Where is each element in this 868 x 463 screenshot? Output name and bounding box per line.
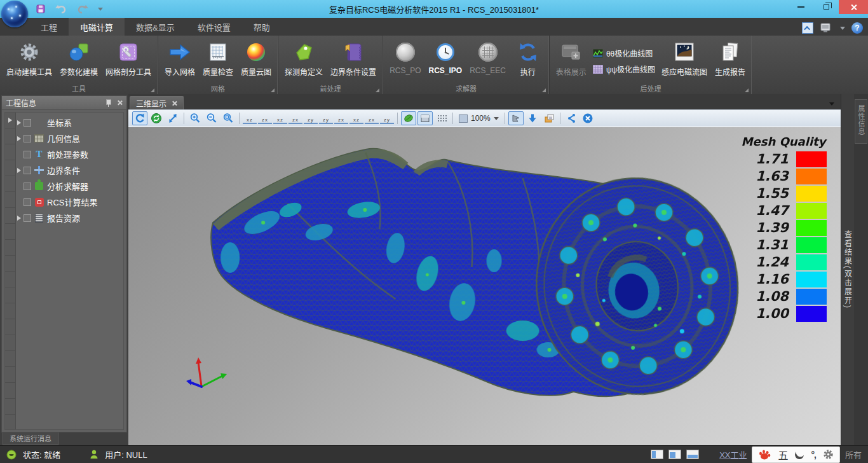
rcs-ipo-button[interactable]: RCS_IPO — [424, 38, 466, 77]
view-preset-7-button[interactable]: zx — [334, 111, 348, 124]
rotate-view-button[interactable] — [132, 111, 147, 125]
theta-polarization-curve-button[interactable]: θθ极化曲线图 — [593, 48, 655, 59]
display-style-icon[interactable] — [820, 22, 834, 34]
boundary-condition-button[interactable]: 边界条件设置 — [327, 38, 380, 79]
minimize-button[interactable] — [788, 0, 813, 14]
meshing-tool-button[interactable]: 网格剖分工具 — [102, 38, 155, 79]
help-icon[interactable]: ? — [851, 22, 863, 34]
pin-icon[interactable] — [105, 99, 111, 107]
ime-baidu-paw-icon[interactable] — [758, 449, 771, 460]
close-button[interactable] — [839, 0, 868, 14]
generate-report-button[interactable]: 生成报告 — [711, 38, 749, 79]
tab-3d-display[interactable]: 三维显示 — [130, 96, 184, 109]
share-button[interactable] — [564, 111, 579, 125]
select-mode-button[interactable] — [508, 111, 524, 125]
redo-button[interactable] — [76, 4, 89, 14]
shaded-view-button[interactable] — [401, 111, 416, 125]
induced-current-map-button[interactable]: 感应电磁流图 — [658, 38, 711, 79]
property-info-tab[interactable]: 属性信息 — [855, 99, 867, 144]
tab-em-computation[interactable]: 电磁计算 — [69, 18, 125, 36]
viewport-3d[interactable]: Mesh Quality 1.71 1.63 1.55 1.47 1.39 1.… — [128, 127, 841, 445]
points-view-button[interactable] — [434, 111, 449, 125]
tree-item-coordinate-system[interactable]: 坐标系 — [16, 114, 123, 130]
display-style-dropdown-icon[interactable] — [840, 27, 845, 30]
pan-zoom-button[interactable] — [165, 111, 180, 125]
view-preset-9-button[interactable]: zx — [365, 111, 379, 124]
gutter-expand-icon[interactable] — [8, 118, 12, 123]
tab-data-display[interactable]: 数据&显示 — [125, 18, 186, 36]
view-preset-2-button[interactable]: zx — [258, 111, 272, 124]
zoom-percent-control[interactable]: 100% — [456, 114, 501, 123]
expand-icon[interactable] — [17, 120, 21, 125]
checkbox[interactable] — [24, 135, 31, 142]
zoom-in-button[interactable] — [187, 111, 203, 125]
tab-list-dropdown-icon[interactable] — [829, 102, 834, 106]
group-expand-icon[interactable] — [271, 88, 275, 92]
group-expand-icon[interactable] — [376, 88, 379, 92]
quality-cloud-button[interactable]: 质量云图 — [237, 38, 275, 79]
ime-settings-gear-icon[interactable] — [823, 449, 834, 460]
view-preset-1-button[interactable]: xz — [243, 111, 257, 124]
qat-dropdown-icon[interactable] — [98, 8, 103, 11]
collapse-ribbon-icon[interactable] — [802, 22, 813, 34]
view-preset-6-button[interactable]: zy — [319, 111, 333, 124]
tree-item-preprocess-params[interactable]: T 前处理参数 — [16, 146, 123, 162]
checkbox[interactable] — [24, 214, 31, 222]
ime-fullhalf-moon-icon[interactable] — [794, 449, 804, 459]
import-mesh-button[interactable]: 导入网格 — [161, 38, 199, 79]
view-preset-3-button[interactable]: xz — [273, 111, 287, 124]
view-preset-10-button[interactable]: zy — [380, 111, 394, 124]
tab-software-settings[interactable]: 软件设置 — [186, 18, 242, 36]
execute-button[interactable]: 执行 — [510, 38, 546, 79]
expand-icon[interactable] — [17, 136, 21, 141]
ime-punctuation-icon[interactable]: °, — [811, 450, 816, 460]
wireframe-view-button[interactable] — [417, 111, 433, 125]
app-logo-icon[interactable] — [1, 1, 28, 27]
ime-input-mode[interactable]: 五 — [778, 447, 788, 462]
panel-close-icon[interactable] — [117, 100, 123, 106]
tab-project[interactable]: 工程 — [29, 18, 69, 36]
quality-check-button[interactable]: 质量检查 — [199, 38, 237, 79]
layout-left-panel-button[interactable] — [651, 450, 663, 459]
group-expand-icon[interactable] — [542, 88, 546, 92]
checkbox[interactable] — [24, 119, 31, 127]
drop-marker-button[interactable] — [525, 111, 540, 125]
zoom-fit-button[interactable] — [220, 111, 236, 125]
rcs-po-button[interactable]: RCS_PO — [386, 38, 424, 77]
system-messages-tab[interactable]: 系统运行消息 — [3, 432, 58, 445]
psi-polarization-curve-button[interactable]: ψψ极化曲线图 — [593, 64, 655, 74]
expand-icon[interactable] — [17, 216, 21, 221]
zoom-dropdown-icon[interactable] — [494, 117, 499, 120]
checkbox[interactable] — [24, 198, 31, 206]
close-view-button[interactable] — [580, 111, 595, 125]
tree-item-geometry-info[interactable]: 几何信息 — [16, 130, 123, 146]
undo-button[interactable] — [55, 4, 67, 14]
tree-item-analysis-solver[interactable]: 分析求解器 — [16, 178, 123, 194]
table-display-button[interactable]: 表格展示 — [552, 38, 590, 79]
tree-item-report-resources[interactable]: 报告资源 — [16, 210, 123, 226]
probe-angle-button[interactable]: 探测角定义 — [281, 38, 327, 79]
checkbox[interactable] — [24, 183, 31, 190]
view-preset-5-button[interactable]: zy — [304, 111, 318, 124]
zoom-out-button[interactable] — [204, 111, 219, 125]
tree-item-boundary-conditions[interactable]: 边界条件 — [16, 162, 123, 178]
tab-close-icon[interactable] — [172, 100, 177, 106]
group-expand-icon[interactable] — [745, 88, 749, 92]
refresh-view-button[interactable] — [149, 111, 164, 125]
expand-icon[interactable] — [17, 168, 21, 173]
view-preset-8-button[interactable]: xz — [349, 111, 363, 124]
checkbox[interactable] — [24, 167, 31, 174]
parametric-modeling-button[interactable]: 参数化建模 — [56, 38, 102, 79]
layout-bottom-panel-button[interactable] — [686, 450, 699, 459]
launch-modeling-tool-button[interactable]: 启动建模工具 — [3, 38, 56, 79]
restore-button[interactable] — [813, 0, 839, 14]
layers-button[interactable] — [541, 111, 557, 125]
group-expand-icon[interactable] — [151, 88, 154, 92]
view-preset-4-button[interactable]: zx — [288, 111, 302, 124]
results-collapsed-tab[interactable]: 查看结果(双击展开) — [841, 94, 854, 445]
tab-help[interactable]: 帮助 — [242, 18, 281, 36]
layout-split-button[interactable] — [668, 450, 681, 459]
save-button[interactable] — [36, 4, 46, 14]
checkbox[interactable] — [24, 151, 31, 158]
tree-item-rcs-results[interactable]: RCS计算结果 — [16, 194, 123, 210]
